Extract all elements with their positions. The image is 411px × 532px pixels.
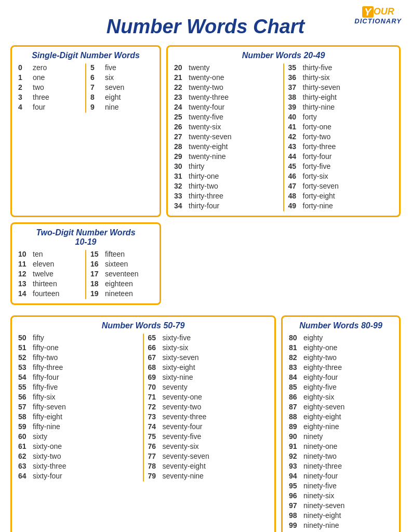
number-label: 96: [289, 491, 303, 500]
number-label: 58: [18, 413, 33, 421]
number-label: 39: [288, 103, 303, 111]
eighty-99-box: Number Words 80-99 80eighty81eighty-one8…: [281, 315, 401, 532]
number-word: sixty-one: [33, 442, 62, 450]
number-word: sixty-four: [33, 472, 62, 480]
number-word: seventy-eight: [163, 462, 206, 470]
number-label: 68: [148, 363, 163, 371]
number-label: 78: [148, 462, 163, 470]
number-label: 9: [90, 103, 105, 111]
list-item: 23twenty-three: [174, 93, 279, 101]
number-word: ninety-four: [303, 472, 338, 480]
list-item: 47forty-seven: [288, 182, 393, 190]
list-item: 51fifty-one: [18, 343, 139, 352]
number-label: 2: [18, 83, 33, 91]
number-word: eighty-nine: [303, 422, 339, 431]
two-digit-title: Two-Digit Number Words 10-19: [18, 228, 153, 247]
divider: [85, 63, 86, 113]
number-label: 23: [174, 93, 189, 101]
list-item: 82eighty-two: [289, 353, 393, 362]
number-label: 43: [288, 142, 303, 151]
number-word: thirty-four: [189, 202, 219, 210]
list-item: 94ninety-four: [289, 472, 393, 480]
list-item: 35thirty-five: [288, 63, 393, 72]
number-label: 74: [148, 422, 163, 431]
list-item: 77seventy-seven: [148, 452, 269, 460]
number-word: twenty-four: [189, 103, 224, 111]
number-label: 95: [289, 482, 303, 490]
list-item: 79seventy-nine: [148, 472, 269, 480]
number-label: 99: [289, 521, 303, 529]
logo: Y OUR DICTIONARY: [354, 6, 402, 25]
number-word: five: [105, 63, 116, 72]
number-word: thirty-six: [303, 73, 330, 82]
number-label: 76: [148, 442, 163, 450]
number-label: 49: [288, 202, 303, 210]
number-label: 62: [18, 452, 33, 460]
single-digit-box: Single-Digit Number Words 0zero1one2two3…: [10, 45, 161, 217]
list-item: 73seventy-three: [148, 413, 269, 421]
number-label: 75: [148, 432, 163, 441]
number-label: 33: [174, 192, 189, 200]
number-word: sixty-two: [33, 452, 61, 460]
list-item: 38thirty-eight: [288, 93, 393, 101]
fifty-79-title: Number Words 50-79: [18, 321, 268, 330]
number-word: thirty-eight: [303, 93, 337, 101]
number-label: 3: [18, 93, 33, 101]
list-item: 61sixty-one: [18, 442, 139, 450]
number-label: 83: [289, 363, 303, 371]
number-label: 53: [18, 363, 33, 371]
number-word: thirty-one: [189, 172, 219, 180]
number-label: 14: [18, 289, 33, 298]
list-item: 9nine: [90, 103, 153, 111]
number-label: 36: [288, 73, 303, 82]
number-label: 21: [174, 73, 189, 82]
number-word: sixty-eight: [163, 363, 195, 371]
number-word: ten: [33, 250, 43, 258]
number-word: twelve: [33, 270, 54, 278]
number-label: 19: [90, 289, 105, 298]
number-label: 24: [174, 103, 189, 111]
number-word: forty-three: [303, 142, 336, 151]
number-word: sixty: [33, 432, 47, 441]
number-label: 1: [18, 73, 33, 82]
number-word: seventy-six: [163, 442, 199, 450]
number-word: thirty-nine: [303, 103, 335, 111]
number-label: 31: [174, 172, 189, 180]
number-label: 72: [148, 403, 163, 411]
divider: [85, 250, 86, 299]
number-word: seventy-two: [163, 403, 202, 411]
list-item: 42forty-two: [288, 132, 393, 141]
number-label: 57: [18, 403, 33, 411]
number-word: nine: [105, 103, 118, 111]
list-item: 22twenty-two: [174, 83, 279, 91]
list-item: 41forty-one: [288, 123, 393, 131]
list-item: 83eighty-three: [289, 363, 393, 371]
number-label: 37: [288, 83, 303, 91]
list-item: 14fourteen: [18, 289, 81, 298]
number-word: ninety-one: [303, 442, 337, 450]
twenty-49-title: Number Words 20-49: [174, 51, 393, 60]
number-label: 5: [90, 63, 105, 72]
number-label: 48: [288, 192, 303, 200]
list-item: 19nineteen: [90, 289, 153, 298]
number-word: sixty-seven: [163, 353, 199, 362]
list-item: 48forty-eight: [288, 192, 393, 200]
number-word: thirty-seven: [303, 83, 340, 91]
number-label: 51: [18, 343, 33, 352]
number-word: forty-two: [303, 132, 331, 141]
number-label: 91: [289, 442, 303, 450]
number-label: 61: [18, 442, 33, 450]
number-word: forty-five: [303, 162, 331, 170]
number-label: 32: [174, 182, 189, 190]
number-label: 0: [18, 63, 33, 72]
number-word: one: [33, 73, 45, 82]
number-word: fifty-six: [33, 393, 56, 401]
number-word: seventy-four: [163, 422, 203, 431]
list-item: 1one: [18, 73, 81, 82]
list-item: 78seventy-eight: [148, 462, 269, 470]
list-item: 31thirty-one: [174, 172, 279, 180]
number-label: 97: [289, 501, 303, 510]
list-item: 6six: [90, 73, 153, 82]
number-word: two: [33, 83, 44, 91]
number-word: twenty-nine: [189, 152, 226, 161]
